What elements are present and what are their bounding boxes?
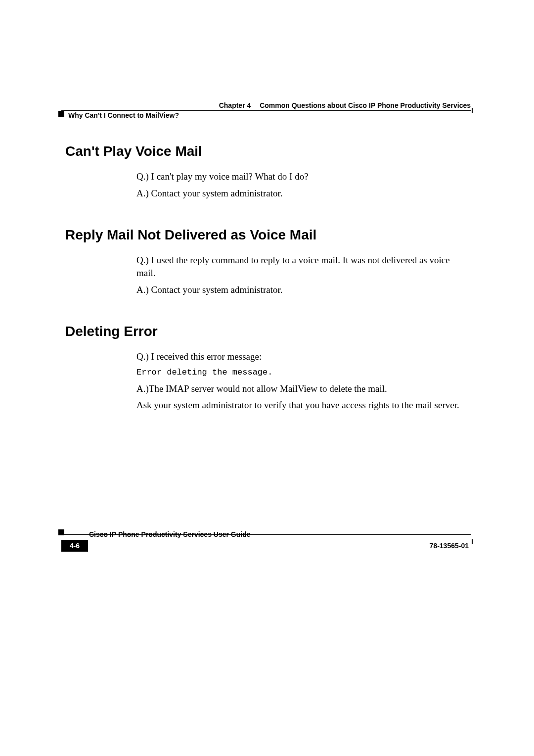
section-body: Q.) I used the reply command to reply to… bbox=[136, 254, 466, 296]
chapter-title: Common Questions about Cisco IP Phone Pr… bbox=[260, 101, 471, 109]
footer-page-number: 4-6 bbox=[61, 540, 88, 552]
header-rule bbox=[61, 110, 471, 111]
qa-paragraph: Ask your system administrator to verify … bbox=[136, 399, 466, 412]
footer-doc-number: 78-13565-01 bbox=[430, 542, 469, 550]
qa-paragraph: Q.) I received this error message: bbox=[136, 350, 466, 363]
page-content: Can't Play Voice Mail Q.) I can't play m… bbox=[65, 139, 471, 416]
section-body: Q.) I received this error message: Error… bbox=[136, 350, 466, 412]
section-heading: Can't Play Voice Mail bbox=[65, 139, 471, 159]
document-page: Chapter 4 Common Questions about Cisco I… bbox=[0, 0, 534, 756]
error-message-code: Error deleting the message. bbox=[136, 367, 466, 378]
qa-paragraph: Q.) I can't play my voice mail? What do … bbox=[136, 170, 466, 183]
section-heading: Deleting Error bbox=[65, 319, 471, 339]
header-square-icon bbox=[58, 111, 64, 117]
header-section-label: Why Can't I Connect to MailView? bbox=[68, 111, 179, 119]
section-body: Q.) I can't play my voice mail? What do … bbox=[136, 170, 466, 199]
qa-paragraph: A.) Contact your system administrator. bbox=[136, 284, 466, 296]
header-tick-icon bbox=[472, 108, 473, 113]
footer-rule bbox=[61, 534, 471, 535]
qa-paragraph: A.)The IMAP server would not allow MailV… bbox=[136, 382, 466, 395]
footer-tick-icon bbox=[472, 539, 473, 544]
chapter-label: Chapter 4 bbox=[219, 101, 251, 109]
qa-paragraph: A.) Contact your system administrator. bbox=[136, 187, 466, 200]
qa-paragraph: Q.) I used the reply command to reply to… bbox=[136, 254, 466, 279]
running-header: Chapter 4 Common Questions about Cisco I… bbox=[195, 101, 471, 109]
section-heading: Reply Mail Not Delivered as Voice Mail bbox=[65, 222, 471, 243]
